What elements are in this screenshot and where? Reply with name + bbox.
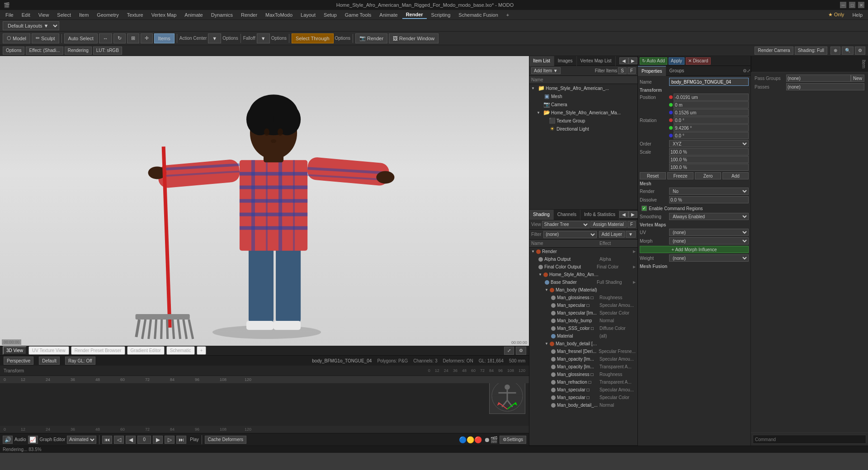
view-schematic-button[interactable]: Schematic <box>166 346 195 355</box>
view-render-preset-button[interactable]: Render Preset Browser <box>71 346 125 355</box>
menu-file[interactable]: File <box>2 11 17 19</box>
auto-add-button[interactable]: ↻ Auto Add <box>640 57 667 65</box>
assign-material-f-button[interactable]: F <box>627 221 636 228</box>
shader-item-man-body-detail[interactable]: ▼ Man_body_detail [H... <box>529 340 637 348</box>
menu-dynamics[interactable]: Dynamics <box>208 11 236 19</box>
shader-item-man-opacity-2[interactable]: Man_opacity [Im... Transparent A... <box>529 363 637 371</box>
vertex-map-list-tab[interactable]: Vertex Map List <box>577 56 616 66</box>
zero-button[interactable]: Zero <box>695 172 721 179</box>
menu-setup[interactable]: Setup <box>320 11 340 19</box>
shader-item-man-body-bump[interactable]: Man_body_bump Normal <box>529 317 637 324</box>
transform-icon-button[interactable]: ✛ <box>141 33 153 43</box>
menu-scripting[interactable]: Scripting <box>428 11 454 19</box>
shader-item-man-glossiness[interactable]: Man_glossiness □ Roughness <box>529 294 637 301</box>
order-dropdown[interactable]: XYZ <box>669 140 749 147</box>
apply-button[interactable]: Apply <box>669 57 684 65</box>
default-dropdown[interactable]: Default <box>39 357 60 365</box>
menu-animate2[interactable]: Animate <box>376 11 401 19</box>
vp-icon-1[interactable]: ⊕ <box>830 47 840 55</box>
menu-help[interactable]: Help <box>849 11 866 19</box>
shader-item-home-style[interactable]: ▼ Home_Style_Afro_Ame... <box>529 271 637 278</box>
pos-z-input[interactable]: 0.1526 um <box>674 109 749 116</box>
tree-item-directional-light[interactable]: ☀ Directional Light <box>529 125 637 133</box>
add-layer-button[interactable]: Add Layer <box>599 231 625 238</box>
prev-frame-button[interactable]: ◁ <box>114 436 124 444</box>
shader-item-man-specular-1[interactable]: Man_specular □ Specular Amou... <box>529 301 637 309</box>
action-center-dropdown[interactable]: ▼ <box>208 33 221 43</box>
model-button[interactable]: ⬡ Model <box>3 33 30 43</box>
menu-select[interactable]: Select <box>53 11 75 19</box>
shading-collapse-button[interactable]: ◀ <box>619 211 628 218</box>
lut-button[interactable]: LUT: sRGB <box>93 47 122 55</box>
item-list-tab[interactable]: Item List <box>529 56 554 66</box>
enable-command-regions-checkbox[interactable]: ✓ <box>642 206 647 211</box>
add-morph-influence-button[interactable]: + Add Morph Influence <box>640 246 749 253</box>
shader-item-render[interactable]: ▼ Render ▶ <box>529 248 637 255</box>
current-frame-input[interactable] <box>137 436 151 444</box>
auto-select-button[interactable]: Auto Select <box>64 33 98 43</box>
rot-x-input[interactable]: 0.0 ° <box>674 117 749 124</box>
viewport-expand-button[interactable]: ⤢ <box>504 347 514 355</box>
settings-button[interactable]: ⚙ Settings <box>500 436 526 444</box>
dissolve-input[interactable]: 0.0 % <box>669 196 749 203</box>
discard-button[interactable]: ✕ Discard <box>686 57 711 65</box>
minimize-button[interactable]: ─ <box>840 2 846 8</box>
play-reverse-button[interactable]: ◀ <box>126 436 136 444</box>
menu-only[interactable]: ★ Only <box>825 11 848 19</box>
add-button[interactable]: Add <box>722 172 749 179</box>
shading-expand-button[interactable]: ▶ <box>628 211 637 218</box>
shading-tab[interactable]: Shading <box>529 210 554 220</box>
menu-vertex-map[interactable]: Vertex Map <box>148 11 180 19</box>
play-forward-button[interactable]: ▶ <box>153 436 163 444</box>
layout-dropdown[interactable]: Default Layouts ▼ <box>3 21 59 30</box>
tree-item-character-group[interactable]: ▼ 📂 Home_Style_Afro_American_Ma... <box>529 108 637 117</box>
channels-tab[interactable]: Channels <box>554 210 580 220</box>
menu-layout[interactable]: Layout <box>297 11 319 19</box>
options-button-2[interactable]: Options <box>3 47 24 55</box>
menu-game-tools[interactable]: Game Tools <box>341 11 375 19</box>
shading-list[interactable]: ▼ Render ▶ Alpha Output Alpha Final Colo… <box>529 248 637 445</box>
audio-button[interactable]: 🔊 <box>3 436 13 444</box>
shader-item-man-body-detail-normal[interactable]: Man_body_detail_... Normal <box>529 401 637 409</box>
shader-item-man-specular-3[interactable]: Man_specular □ Specular Amou... <box>529 386 637 394</box>
menu-view[interactable]: View <box>35 11 53 19</box>
scale-x-input[interactable]: 100.0 % <box>669 148 749 155</box>
menu-add-tab[interactable]: + <box>503 11 513 19</box>
filter-items-filter-button[interactable]: F <box>627 67 636 74</box>
menu-texture[interactable]: Texture <box>123 11 147 19</box>
shader-item-base-shader[interactable]: Base Shader Full Shading ▶ <box>529 278 637 286</box>
viewport-3d[interactable]: 00:00:00 00:00:00 <box>0 56 529 346</box>
item-list-collapse-button[interactable]: ◀ <box>619 57 628 64</box>
view-dropdown[interactable]: Shader Tree <box>542 221 590 228</box>
scale-icon-button[interactable]: ⊞ <box>127 33 139 43</box>
view-3d-button[interactable]: 3D View <box>3 346 27 355</box>
maximize-button[interactable]: □ <box>849 2 855 8</box>
shader-item-man-specular-4[interactable]: Man_specular □ Specular Color <box>529 394 637 401</box>
effect-shading-button[interactable]: Effect: (Shadi... <box>26 47 63 55</box>
menu-animate[interactable]: Animate <box>181 11 206 19</box>
weight-dropdown[interactable]: (none) <box>669 254 749 262</box>
move-icon-button[interactable]: ↔ <box>99 33 112 43</box>
props-expand-button[interactable]: ⤢ <box>747 68 750 73</box>
shader-item-man-sss-color[interactable]: Man_SSS_color □ Diffuse Color <box>529 324 637 332</box>
menu-schematic-fusion[interactable]: Schematic Fusion <box>455 11 501 19</box>
pass-groups-input[interactable] <box>786 75 851 82</box>
tree-item-mesh[interactable]: ▣ Mesh <box>529 92 637 100</box>
render-dropdown[interactable]: No <box>669 188 749 195</box>
menu-geometry[interactable]: Geometry <box>93 11 122 19</box>
render-button[interactable]: 📷 Render <box>355 33 387 43</box>
shader-item-man-refraction[interactable]: Man_refraction □ Transparent A... <box>529 378 637 386</box>
add-layer-list-button[interactable]: ▼ <box>626 231 636 238</box>
graph-editor-button[interactable]: 📈 <box>28 436 38 444</box>
props-settings-button[interactable]: ⚙ <box>743 68 747 73</box>
freeze-button[interactable]: Freeze <box>667 172 693 179</box>
perspective-dropdown[interactable]: Perspective <box>4 357 33 365</box>
render-camera-button[interactable]: Render Camera <box>755 47 793 55</box>
item-list-expand-button[interactable]: ▶ <box>628 57 637 64</box>
view-uv-button[interactable]: UV Texture View <box>28 346 69 355</box>
rendering-button[interactable]: Rendering <box>65 47 92 55</box>
shader-item-man-opacity-1[interactable]: Man_opacity [Im... Specular Amou... <box>529 355 637 363</box>
viewport-settings-button[interactable]: ⚙ <box>516 347 526 355</box>
menu-item[interactable]: Item <box>75 11 92 19</box>
shader-item-man-body[interactable]: ▼ Man_body (Material) <box>529 286 637 294</box>
